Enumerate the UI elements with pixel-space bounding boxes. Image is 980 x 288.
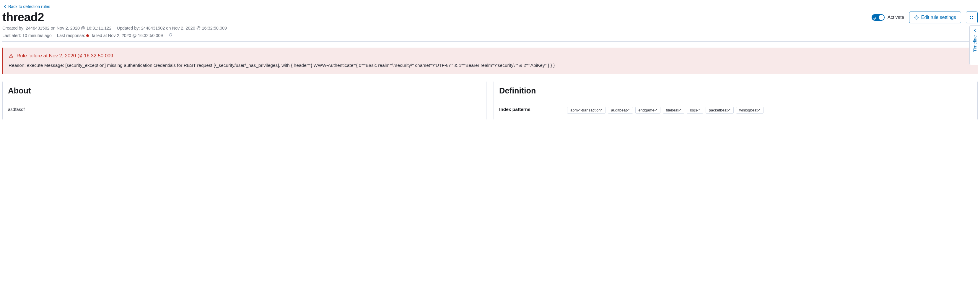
updated-by-text: Updated by: 2448431502 on Nov 2, 2020 @ … (117, 26, 227, 30)
index-pattern-tag: logs-* (687, 107, 703, 114)
back-link-label: Back to detection rules (8, 4, 50, 9)
last-response-label: Last response: (57, 33, 85, 38)
index-patterns-label: Index patterns (499, 107, 561, 112)
svg-rect-2 (972, 16, 973, 17)
chevron-left-icon (3, 5, 6, 8)
edit-rule-label: Edit rule settings (921, 15, 956, 20)
last-alert-text: Last alert: 10 minutes ago (2, 33, 52, 38)
about-panel: About asdfasdf (2, 81, 487, 120)
svg-rect-3 (970, 18, 971, 19)
index-pattern-tag: filebeat-* (663, 107, 684, 114)
last-response-value: failed at Nov 2, 2020 @ 16:32:50.009 (92, 33, 163, 38)
refresh-button[interactable] (169, 33, 172, 38)
definition-heading: Definition (499, 86, 972, 96)
activate-label: Activate (888, 15, 904, 20)
last-response-group: Last response: failed at Nov 2, 2020 @ 1… (57, 33, 163, 38)
svg-point-0 (916, 16, 917, 18)
toggle-thumb (879, 15, 884, 20)
header-actions: Activate Edit rule settings (872, 11, 978, 23)
timeline-flyout-button[interactable]: Timeline (969, 26, 980, 65)
gear-icon (914, 15, 919, 20)
timeline-label: Timeline (972, 35, 977, 52)
callout-title-text: Rule failure at Nov 2, 2020 @ 16:32:50.0… (16, 53, 113, 59)
about-heading: About (8, 86, 481, 96)
page-title: thread2 (2, 11, 44, 24)
status-dot-failed (86, 34, 89, 37)
check-icon (873, 16, 876, 19)
rule-failure-callout: Rule failure at Nov 2, 2020 @ 16:32:50.0… (2, 48, 978, 74)
index-pattern-tag: winlogbeat-* (736, 107, 764, 114)
index-pattern-tag: endgame-* (635, 107, 661, 114)
chevron-left-icon (973, 29, 977, 32)
index-pattern-tag: auditbeat-* (608, 107, 633, 114)
warning-icon (9, 53, 14, 59)
more-actions-button[interactable] (966, 11, 978, 23)
callout-body-text: Reason: execute Message: [security_excep… (9, 62, 972, 69)
about-description: asdfasdf (8, 107, 481, 112)
index-patterns-tags: apm-*-transaction* auditbeat-* endgame-*… (567, 107, 764, 114)
edit-rule-settings-button[interactable]: Edit rule settings (909, 11, 961, 23)
svg-rect-4 (972, 18, 973, 19)
boxes-ellipsis-icon (969, 15, 974, 20)
index-pattern-tag: apm-*-transaction* (567, 107, 606, 114)
back-to-rules-link[interactable]: Back to detection rules (2, 2, 50, 10)
activate-toggle[interactable] (872, 14, 885, 21)
created-by-text: Created by: 2448431502 on Nov 2, 2020 @ … (2, 26, 111, 30)
definition-panel: Definition Index patterns apm-*-transact… (493, 81, 978, 120)
index-pattern-tag: packetbeat-* (706, 107, 734, 114)
svg-rect-1 (970, 16, 971, 17)
